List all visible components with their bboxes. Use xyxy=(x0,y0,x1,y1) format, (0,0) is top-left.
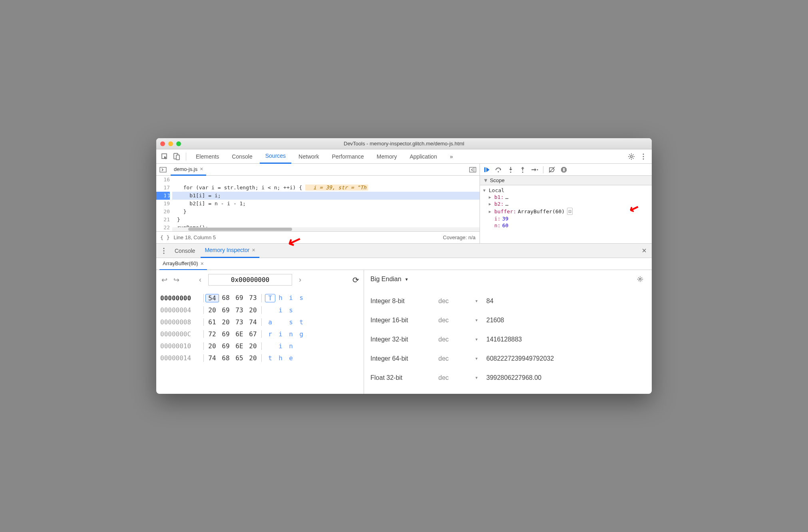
hex-byte[interactable]: 6E xyxy=(233,342,246,350)
tabs-overflow[interactable]: » xyxy=(444,149,459,164)
hex-ascii-char[interactable]: n xyxy=(286,330,296,338)
redo-icon[interactable]: ↪ xyxy=(172,276,180,284)
hex-ascii-char[interactable]: i xyxy=(275,306,286,314)
kebab-menu-icon[interactable] xyxy=(638,151,649,162)
hex-ascii-char[interactable]: . xyxy=(275,318,286,326)
memory-inspector-icon[interactable]: ⧈ xyxy=(567,208,573,215)
undo-icon[interactable]: ↩ xyxy=(160,276,168,284)
hex-byte[interactable]: 73 xyxy=(233,318,246,326)
hex-byte[interactable]: 65 xyxy=(233,354,246,362)
tab-network[interactable]: Network xyxy=(293,149,324,164)
pause-exceptions-icon[interactable] xyxy=(559,165,568,174)
hex-byte[interactable]: 68 xyxy=(219,294,233,302)
hex-byte[interactable]: 20 xyxy=(219,318,233,326)
hex-ascii-char[interactable]: h xyxy=(275,354,286,362)
line-number[interactable]: 20 xyxy=(156,208,170,216)
file-tab-demo-js[interactable]: demo-js.js × xyxy=(171,164,206,176)
line-gutter[interactable]: 16 17 18 19 20 21 22 xyxy=(156,176,172,231)
hex-ascii-char[interactable]: i xyxy=(275,342,286,350)
hex-byte[interactable]: 74 xyxy=(246,318,260,326)
line-number[interactable]: 17 xyxy=(156,184,170,192)
hex-byte[interactable]: 69 xyxy=(219,342,233,350)
hex-byte[interactable]: 73 xyxy=(233,306,246,314)
navigator-toggle-icon[interactable] xyxy=(158,165,168,175)
hex-ascii-char[interactable]: . xyxy=(296,342,306,350)
hex-byte[interactable]: 67 xyxy=(246,330,260,338)
refresh-icon[interactable]: ⟳ xyxy=(352,275,360,285)
step-out-icon[interactable] xyxy=(518,165,527,174)
prev-page-icon[interactable]: ‹ xyxy=(196,276,204,284)
tab-performance[interactable]: Performance xyxy=(326,149,369,164)
hex-byte[interactable]: 69 xyxy=(219,330,233,338)
hex-byte[interactable]: 20 xyxy=(205,306,219,314)
scope-var-b2[interactable]: ▶b2: … xyxy=(480,200,652,207)
hex-ascii-char[interactable]: g xyxy=(296,330,306,338)
hex-byte[interactable]: 6E xyxy=(233,330,246,338)
tab-elements[interactable]: Elements xyxy=(190,149,225,164)
line-number-breakpoint[interactable]: 18 xyxy=(156,192,170,200)
hex-byte[interactable]: 20 xyxy=(205,342,219,350)
step-into-icon[interactable] xyxy=(506,165,515,174)
close-icon[interactable]: × xyxy=(200,166,203,172)
encoding-selector[interactable]: dec▼ xyxy=(438,317,486,324)
settings-icon[interactable] xyxy=(626,151,637,162)
hex-byte[interactable]: 72 xyxy=(205,330,219,338)
horizontal-scrollbar[interactable] xyxy=(172,227,480,231)
tab-console[interactable]: Console xyxy=(226,149,258,164)
hex-ascii-char[interactable]: s xyxy=(286,318,296,326)
hex-byte[interactable]: 68 xyxy=(219,354,233,362)
hex-ascii-char[interactable]: . xyxy=(265,306,275,314)
scope-var-b1[interactable]: ▶b1: … xyxy=(480,194,652,200)
hex-byte[interactable]: 61 xyxy=(205,318,219,326)
endian-selector[interactable]: Big Endian ▼ xyxy=(370,276,408,283)
scope-var-buffer[interactable]: ▶buffer: ArrayBuffer(60)⧈ xyxy=(480,207,652,215)
close-icon[interactable]: × xyxy=(252,247,255,253)
hex-ascii-char[interactable]: . xyxy=(296,354,306,362)
hex-byte[interactable]: 69 xyxy=(219,306,233,314)
hex-ascii-char[interactable]: i xyxy=(286,294,296,302)
code-editor[interactable]: 16 17 18 19 20 21 22 for (var i = str.le… xyxy=(156,176,480,231)
minimize-window[interactable] xyxy=(168,141,173,146)
hex-ascii-char[interactable]: n xyxy=(286,342,296,350)
drawer-tab-console[interactable]: Console xyxy=(171,244,199,258)
inspect-element-icon[interactable] xyxy=(159,151,170,162)
hex-byte[interactable]: 20 xyxy=(246,342,260,350)
zoom-window[interactable] xyxy=(176,141,181,146)
hex-ascii-char[interactable]: a xyxy=(265,318,275,326)
next-page-icon[interactable]: › xyxy=(296,276,304,284)
deactivate-breakpoints-icon[interactable] xyxy=(547,165,556,174)
hex-byte[interactable]: 69 xyxy=(233,294,246,302)
resume-icon[interactable] xyxy=(482,165,491,174)
titlebar[interactable]: DevTools - memory-inspector.glitch.me/de… xyxy=(156,138,652,149)
hex-byte[interactable]: 73 xyxy=(246,294,260,302)
hex-ascii-char[interactable]: e xyxy=(286,354,296,362)
step-icon[interactable] xyxy=(530,165,539,174)
hex-byte[interactable]: 20 xyxy=(246,306,260,314)
tab-application[interactable]: Application xyxy=(404,149,443,164)
line-number[interactable]: 19 xyxy=(156,200,170,208)
buffer-tab-arraybuffer[interactable]: ArrayBuffer(60) × xyxy=(159,258,207,270)
scope-header[interactable]: ▼ Scope xyxy=(480,176,652,185)
sidebar-toggle-icon[interactable] xyxy=(468,165,478,175)
encoding-selector[interactable]: dec▼ xyxy=(438,374,486,381)
hex-ascii-char[interactable]: s xyxy=(286,306,296,314)
hex-byte[interactable]: 20 xyxy=(246,354,260,362)
close-icon[interactable]: × xyxy=(201,260,204,267)
hex-byte[interactable]: 54 xyxy=(205,294,219,302)
pretty-print-icon[interactable]: { } xyxy=(160,234,169,240)
hex-ascii-char[interactable]: t xyxy=(265,354,275,362)
interpreter-settings-icon[interactable] xyxy=(635,274,645,284)
tab-sources[interactable]: Sources xyxy=(260,149,291,164)
hex-ascii-char[interactable]: i xyxy=(275,330,286,338)
hex-ascii-char[interactable]: . xyxy=(296,306,306,314)
hex-grid[interactable]: 0000000054686973This0000000420697320.is.… xyxy=(160,292,360,364)
close-drawer-icon[interactable]: × xyxy=(639,246,649,256)
hex-ascii-char[interactable]: h xyxy=(275,294,286,302)
drawer-menu-icon[interactable] xyxy=(159,246,169,256)
line-number[interactable]: 22 xyxy=(156,224,170,231)
encoding-selector[interactable]: dec▼ xyxy=(438,298,486,305)
encoding-selector[interactable]: dec▼ xyxy=(438,355,486,362)
hex-ascii-char[interactable]: s xyxy=(296,294,306,302)
line-number[interactable]: 21 xyxy=(156,216,170,224)
hex-ascii-char[interactable]: T xyxy=(265,294,275,302)
